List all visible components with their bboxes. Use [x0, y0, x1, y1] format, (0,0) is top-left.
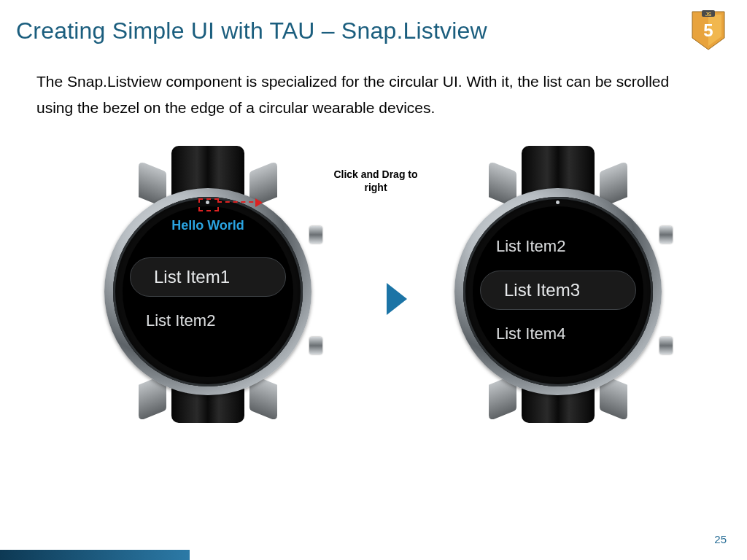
- drag-start-marker-icon: [198, 198, 219, 211]
- snaplist-item[interactable]: List Item2: [473, 227, 643, 266]
- drag-arrow-icon: [217, 201, 261, 205]
- transition-arrow-icon: [387, 283, 407, 315]
- footer-accent-bar: [0, 550, 190, 560]
- snaplist-item[interactable]: List Item4: [473, 314, 643, 354]
- slide-body-text: The Snap.Listview component is specializ…: [36, 69, 678, 121]
- watch-screen[interactable]: List Item2 List Item3 List Item4: [473, 206, 643, 377]
- watch-before: Hello World List Item1 List Item2: [95, 146, 321, 423]
- drag-hint-label: Click and Drag to right: [328, 168, 423, 194]
- page-number: 25: [714, 533, 727, 545]
- watch-crown-button[interactable]: [309, 226, 322, 244]
- slide-title: Creating Simple UI with TAU – Snap.Listv…: [16, 18, 487, 44]
- svg-text:JS: JS: [705, 12, 712, 17]
- bezel-tick-icon: [556, 201, 560, 204]
- watch-screen[interactable]: Hello World List Item1 List Item2: [123, 206, 293, 377]
- js-logo-icon: JS 5: [690, 10, 727, 51]
- watch-comparison: Click and Drag to right Hello World List…: [95, 146, 693, 452]
- watch-after: List Item2 List Item3 List Item4: [445, 146, 671, 423]
- watch-crown-button[interactable]: [659, 337, 673, 354]
- watch-crown-button[interactable]: [309, 337, 322, 354]
- svg-text:5: 5: [703, 20, 713, 40]
- slide: Creating Simple UI with TAU – Snap.Listv…: [0, 0, 747, 560]
- snaplist-item-selected[interactable]: List Item3: [480, 271, 636, 310]
- snaplist-item[interactable]: List Item2: [123, 301, 293, 341]
- snaplist-item-selected[interactable]: List Item1: [130, 257, 286, 297]
- watch-crown-button[interactable]: [659, 226, 673, 244]
